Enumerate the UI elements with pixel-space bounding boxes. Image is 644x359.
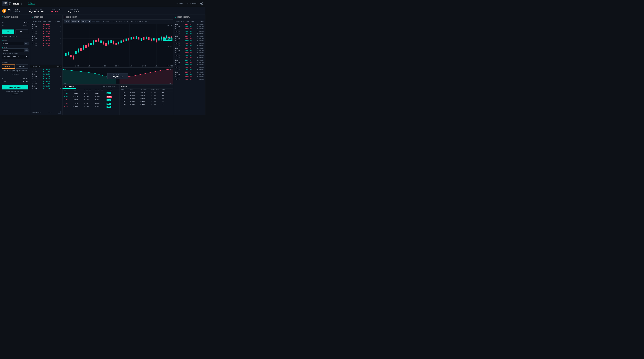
bottom-section: OPEN ORDER CANCEL OPEN ORDERS SIDE SIZE …: [62, 84, 173, 115]
order-history-row[interactable]: 0.1564 31972.64 ↓ 22:06:36: [174, 52, 205, 54]
oh-size: 0.1564: [175, 74, 184, 75]
ob-bid-row[interactable]: 0.1564 31972.64 —: [30, 75, 62, 78]
order-history-row[interactable]: 0.1564 31972.64 ↓ 22:06:36: [174, 66, 205, 68]
ob-ask-row[interactable]: 0.1564 31972.64 —: [30, 30, 62, 32]
ob-ask-row[interactable]: 0.1564 31972.64 —: [30, 38, 62, 40]
cancel-open-orders-button[interactable]: CANCEL OPEN ORDERS: [101, 85, 118, 88]
order-history-row[interactable]: 0.1564 31972.64 ↑ 22:06:36: [174, 32, 205, 35]
market-select[interactable]: Select market ▼: [8, 11, 20, 12]
open-order-row[interactable]: • Buy 0.1564 0.1564 0.1564 CLOSE: [62, 95, 120, 98]
order-history-title: ORDER HISTORY: [177, 16, 190, 18]
order-history-row[interactable]: 0.1564 31972.64 ↓ 22:06:36: [174, 28, 205, 30]
order-history-row[interactable]: 0.1564 31972.64 ↑ 22:06:36: [174, 54, 205, 56]
filled-side: • Sell: [121, 101, 130, 102]
ob-ask-row[interactable]: 0.1564 31972.64 —: [30, 32, 62, 35]
order-history-row[interactable]: 0.1564 31972.64 ↑ 22:06:36: [174, 64, 205, 66]
ob-ask-row[interactable]: 0.1564 31972.64 —: [30, 26, 62, 28]
filled-row[interactable]: • Sell 0.1564 0.1564 0.1564 2h: [120, 92, 173, 94]
tackers-button[interactable]: TACKERS: [16, 64, 28, 68]
nav-portfolio-link[interactable]: ≡ PORTPOLIO: [186, 2, 197, 4]
order-history-row[interactable]: 0.1564 31972.64 ↓ 22:06:36: [174, 71, 205, 74]
order-history-row[interactable]: 0.1564 31972.64 ↓ 22:06:36: [174, 56, 205, 59]
sell-button[interactable]: SELL: [16, 30, 28, 34]
order-history-row[interactable]: 0.1564 31972.64 ↓ 22:06:36: [174, 23, 205, 26]
order-history-icon: ⇄: [175, 16, 176, 18]
order-history-row[interactable]: 0.1564 31972.64 ↓ 22:06:36: [174, 38, 205, 40]
volume-label: 24 HRS VOLUME: [68, 9, 80, 10]
place-order-button[interactable]: PLACE BY ORDER: [2, 85, 28, 90]
ob-bid-size: 0.1564: [32, 76, 42, 77]
price-input[interactable]: [2, 48, 24, 52]
buy-button[interactable]: BUY: [2, 30, 14, 34]
balance-label-2: BTC: [2, 25, 4, 26]
order-history-row[interactable]: 0.1564 31972.64 ↑ 22:06:36: [174, 44, 205, 47]
view-more-link[interactable]: VIEW MORE: [0, 93, 30, 94]
tif-label: TIME IN FORCE POLICY: [2, 53, 28, 54]
tab-stop[interactable]: SToP: [14, 36, 17, 38]
nav-chevron-icon[interactable]: ▼: [21, 3, 22, 5]
ob-ask-row[interactable]: 0.1564 31972.64 —: [30, 35, 62, 38]
open-order-row[interactable]: • Buy 0.1564 0.1564 0.1564 OPEN: [62, 92, 120, 95]
order-history-row[interactable]: 0.1564 31972.64 ↑ 22:06:36: [174, 68, 205, 71]
ob-bid-price: 31972.64: [42, 68, 51, 70]
depth-minus-button[interactable]: −: [109, 75, 112, 77]
open-order-row[interactable]: • Sell 0.1564 0.1564 0.1564 OPEN: [62, 98, 120, 102]
ob-ask-row[interactable]: 0.1564 31972.64 —: [30, 23, 62, 26]
filled-row[interactable]: • Sell 0.1564 0.1564 0.1564 2h: [120, 97, 173, 100]
ob-bid-price: 31972.64: [42, 83, 51, 84]
order-history-row[interactable]: 0.1564 31972.64 ↑ 22:06:36: [174, 40, 205, 42]
nav-order-link[interactable]: ≡ ORDER: [176, 2, 183, 4]
ob-bid-row[interactable]: 0.1564 31972.64 —: [30, 87, 62, 90]
post-only-button[interactable]: POST ONLY: [2, 64, 15, 68]
chart-btn-1[interactable]: [92, 21, 95, 22]
order-history-row[interactable]: 0.1564 31972.64 ↓ 22:06:36: [174, 76, 205, 78]
ob-bid-row[interactable]: 0.1564 31972.64 —: [30, 68, 62, 70]
timeframe-dropdown[interactable]: 5M ▼: [64, 20, 70, 23]
ob-ask-mysize: —: [51, 24, 60, 25]
ob-bid-row[interactable]: 0.1564 31972.64 —: [30, 82, 62, 85]
orders-col-filled: FILLES(BTC): [84, 90, 95, 91]
ob-agg-plus-button[interactable]: +: [58, 111, 60, 114]
order-history-row[interactable]: 0.1564 31972.64 ↓ 22:06:36: [174, 42, 205, 44]
oh-size: 0.1564: [175, 60, 184, 61]
ob-ask-row[interactable]: 0.1564 31972.64 —: [30, 42, 62, 44]
tab-limit[interactable]: LimIt: [8, 36, 12, 38]
open-order-row[interactable]: • Sell 0.1564 0.1564 0.1564 OPEN: [62, 105, 120, 109]
tab-market[interactable]: MARKET: [2, 36, 7, 38]
filled-row[interactable]: • Sell 0.1564 0.1564 0.1564 2h: [120, 100, 173, 103]
order-history-row[interactable]: 0.1564 31972.64 ↑ 22:06:36: [174, 26, 205, 28]
order-history-row[interactable]: 0.1564 31972.64 ↑ 22:06:36: [174, 50, 205, 52]
settings-icon[interactable]: ⚙: [200, 2, 203, 5]
ob-ask-row[interactable]: 0.1564 31972.64 —: [30, 44, 62, 47]
overlay-dropdown[interactable]: OVERLAY ▼: [81, 20, 91, 23]
order-history-row[interactable]: 0.1564 31972.64 ↓ 22:06:36: [174, 78, 205, 80]
filled-row[interactable]: • Buy 0.1564 0.1564 0.1564 2h: [120, 94, 173, 97]
svg-text:10:00: 10:00: [75, 65, 79, 67]
read-more-link[interactable]: READ MORE: [2, 74, 28, 75]
order-side: • Buy: [64, 92, 73, 94]
order-history-row[interactable]: 0.1564 31972.64 ↓ 22:06:36: [174, 62, 205, 64]
tif-select[interactable]: Good till cancelled ▼: [2, 55, 28, 59]
market-block: ₿ BTC - USD Select market ▼: [2, 9, 22, 13]
amount-input[interactable]: [2, 42, 24, 45]
ob-bid-row[interactable]: 0.1564 31972.64 —: [30, 73, 62, 75]
ob-ask-row[interactable]: 0.1564 31972.64 —: [30, 28, 62, 30]
order-history-row[interactable]: 0.1564 31972.64 ↑ 22:06:36: [174, 30, 205, 32]
order-history-row[interactable]: 0.1564 31972.64 ↑ 22:06:36: [174, 74, 205, 76]
filled-row[interactable]: • Buy 0.1564 0.1564 0.1564 2h: [120, 103, 173, 106]
open-order-row[interactable]: • Sell 0.1564 0.1564 0.1564 OPEN: [62, 102, 120, 105]
ob-bid-row[interactable]: 0.1564 31972.64 —: [30, 80, 62, 82]
ob-bid-row[interactable]: 0.1564 31972.64 —: [30, 78, 62, 80]
ob-ask-row[interactable]: 0.1564 31972.64 —: [30, 40, 62, 42]
ob-bid-row[interactable]: 0.1564 31972.64 —: [30, 70, 62, 73]
candle-dropdown[interactable]: CANDLE ▼: [71, 20, 80, 23]
nav-trade-link[interactable]: ≡ TRADE: [28, 2, 34, 5]
open-order-tab[interactable]: OPEN ORDER: [62, 84, 76, 88]
chart-btn-2[interactable]: [96, 21, 100, 22]
order-history-row[interactable]: 0.1564 31972.64 ↓ 22:06:36: [174, 35, 205, 38]
order-history-row[interactable]: 0.1564 31972.64 ↓ 22:06:36: [174, 47, 205, 50]
order-history-row[interactable]: 0.1564 31972.64 ↑ 22:06:36: [174, 59, 205, 62]
ob-bid-row[interactable]: 0.1564 31972.64 —: [30, 85, 62, 87]
depth-plus-button[interactable]: +: [124, 75, 126, 77]
order-price: 0.1564: [95, 102, 106, 104]
